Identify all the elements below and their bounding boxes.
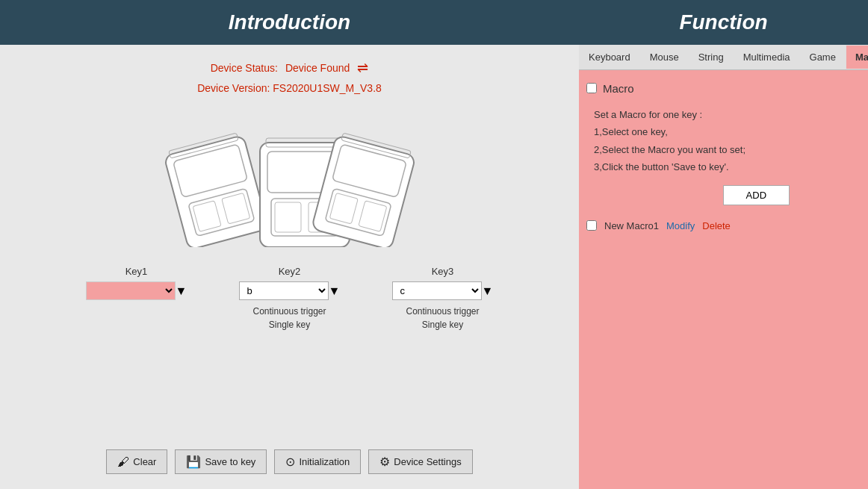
key1-select-wrapper: a b c ▼	[86, 281, 187, 300]
save-to-key-button[interactable]: 💾 Save to key	[175, 449, 267, 474]
device-status-row: Device Status: Device Found ⇌	[15, 60, 564, 76]
macro-panel: Macro 📋 Set a Macro for one key : 1,Sele…	[579, 70, 868, 489]
key1-label: Key1	[125, 266, 148, 277]
key2-dropdown-arrow: ▼	[329, 284, 341, 298]
tab-string[interactable]: String	[689, 45, 734, 69]
clear-label: Clear	[133, 456, 156, 467]
macro-item-checkbox[interactable]	[586, 220, 597, 231]
tab-keyboard-label: Keyboard	[589, 52, 630, 63]
svg-rect-0	[164, 135, 268, 247]
device-version-value: FS2020U1SW_M_V3.8	[273, 82, 382, 94]
save-icon: 💾	[186, 455, 201, 469]
device-settings-label: Device Settings	[394, 456, 461, 467]
key3-dropdown-arrow: ▼	[482, 284, 494, 298]
device-version-label: Device Version:	[197, 82, 270, 94]
key3-select-wrapper: a b c ▼	[392, 281, 494, 300]
tab-string-label: String	[698, 52, 724, 63]
macro-instruction-3: 2,Select the Macro you want to set;	[594, 141, 868, 158]
intro-title: Introduction	[229, 10, 350, 34]
macro-item-delete[interactable]: Delete	[702, 220, 731, 231]
settings-icon: ⚙	[379, 455, 390, 469]
tab-mouse-label: Mouse	[650, 52, 679, 63]
intro-panel: Device Status: Device Found ⇌ Device Ver…	[0, 45, 579, 489]
func-panel: Keyboard Mouse String Multimedia Game Ma…	[579, 45, 868, 489]
key2-select-wrapper: a b c ▼	[239, 281, 341, 300]
device-svg	[155, 105, 424, 247]
key2-trigger: Continuous trigger	[252, 305, 326, 318]
key2-mode: Single key	[252, 318, 326, 331]
key-controls: Key1 a b c ▼ Key2 a b	[15, 266, 564, 331]
initialization-label: Initialization	[299, 456, 350, 467]
clear-button[interactable]: 🖌 Clear	[106, 449, 167, 474]
save-to-key-label: Save to key	[205, 456, 255, 467]
macro-item-name: New Macro1	[604, 220, 659, 231]
macro-instructions: Set a Macro for one key : 1,Select one k…	[586, 106, 868, 176]
tab-macro[interactable]: Macro	[846, 45, 868, 69]
key3-group: Key3 a b c ▼ Continuous trigger Single k…	[392, 266, 494, 331]
macro-instruction-1: Set a Macro for one key :	[594, 106, 868, 123]
key2-group: Key2 a b c ▼ Continuous trigger Single k…	[239, 266, 341, 331]
func-title: Function	[679, 10, 767, 34]
device-settings-button[interactable]: ⚙ Device Settings	[368, 449, 472, 474]
key3-mode: Single key	[406, 318, 479, 331]
intro-header: Introduction	[0, 0, 579, 45]
add-button-label: ADD	[746, 190, 766, 201]
macro-checkbox[interactable]	[586, 83, 597, 93]
key3-select[interactable]: a b c	[392, 281, 482, 300]
macro-title: Macro	[603, 82, 634, 95]
tab-keyboard[interactable]: Keyboard	[579, 45, 640, 69]
key2-label: Key2	[279, 266, 301, 277]
key2-trigger-info: Continuous trigger Single key	[252, 305, 326, 331]
macro-header: Macro 📋	[586, 78, 868, 99]
key1-dropdown-arrow: ▼	[176, 284, 187, 298]
key3-trigger: Continuous trigger	[406, 305, 479, 318]
key3-trigger-info: Continuous trigger Single key	[406, 305, 479, 331]
tab-mouse[interactable]: Mouse	[640, 45, 689, 69]
bottom-buttons: 🖌 Clear 💾 Save to key ⊙ Initialization ⚙…	[15, 442, 564, 482]
key3-label: Key3	[432, 266, 454, 277]
key1-group: Key1 a b c ▼	[86, 266, 187, 331]
device-illustration	[15, 102, 564, 251]
device-info: Device Status: Device Found ⇌ Device Ver…	[15, 60, 564, 94]
tab-multimedia-label: Multimedia	[743, 52, 790, 63]
device-status-value: Device Found	[285, 62, 350, 74]
tab-game[interactable]: Game	[800, 45, 846, 69]
add-button[interactable]: ADD	[723, 185, 790, 205]
tab-macro-label: Macro	[855, 52, 868, 63]
usb-icon: ⇌	[357, 60, 368, 76]
macro-item: New Macro1 Modify Delete	[586, 220, 868, 231]
initialization-button[interactable]: ⊙ Initialization	[274, 449, 361, 474]
tab-multimedia[interactable]: Multimedia	[734, 45, 800, 69]
key2-select[interactable]: a b c	[239, 281, 329, 300]
macro-instruction-2: 1,Select one key,	[594, 123, 868, 140]
device-version-row: Device Version: FS2020U1SW_M_V3.8	[15, 82, 564, 94]
key1-select[interactable]: a b c	[86, 281, 176, 300]
tab-bar: Keyboard Mouse String Multimedia Game Ma…	[579, 45, 868, 70]
tab-game-label: Game	[810, 52, 836, 63]
func-header: Function	[579, 0, 868, 45]
macro-item-modify[interactable]: Modify	[666, 220, 695, 231]
macro-instruction-4: 3,Click the button 'Save to key'.	[594, 158, 868, 175]
clear-icon: 🖌	[117, 455, 129, 469]
macro-title-row: Macro	[586, 82, 634, 95]
init-icon: ⊙	[285, 455, 295, 469]
device-status-label: Device Status:	[211, 62, 278, 74]
